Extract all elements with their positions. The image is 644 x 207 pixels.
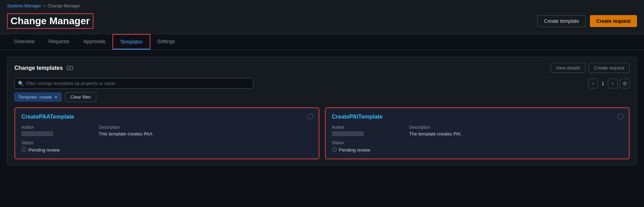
status-icon-1: ⓘ	[21, 147, 26, 153]
card-radio-1[interactable]	[307, 114, 313, 119]
create-request-panel-button[interactable]: Create request	[589, 63, 630, 73]
card-status-row-1: ⓘ Pending review	[21, 147, 92, 153]
filter-row: Template: create ✕ Clear filter	[14, 92, 630, 102]
card-desc-value-2: The template creates PAI.	[409, 131, 623, 136]
cards-grid: CreatePAATemplate Author Status ⓘ Pendin…	[14, 107, 630, 159]
card-desc-label-1: Description	[99, 125, 312, 130]
search-container: 🔍	[14, 78, 253, 89]
card-title-1: CreatePAATemplate	[21, 114, 312, 120]
create-template-button[interactable]: Create template	[537, 15, 586, 27]
card-desc-value-1: This template creates PAA	[99, 131, 312, 136]
panel-header: Change templates (2) View details Create…	[14, 63, 630, 73]
card-author-value-2	[332, 131, 364, 136]
card-left-col-2: Author Status ⓘ Pending review	[332, 125, 402, 153]
breadcrumb: Systems Manager > Change Manager	[7, 4, 637, 11]
view-details-button[interactable]: View details	[551, 63, 585, 73]
search-row: 🔍 < 1 > ⚙	[14, 78, 630, 89]
create-request-header-button[interactable]: Create request	[590, 15, 637, 27]
card-fields-1: Author Status ⓘ Pending review Descripti…	[21, 125, 312, 153]
card-left-col-1: Author Status ⓘ Pending review	[21, 125, 92, 153]
main-content: Change templates (2) View details Create…	[0, 50, 644, 172]
tab-overview[interactable]: Overview	[7, 34, 41, 49]
card-status-value-2: Pending review	[339, 147, 370, 153]
filter-tag: Template: create ✕	[14, 93, 61, 101]
pagination-prev-button[interactable]: <	[588, 79, 598, 88]
card-author-label-2: Author	[332, 125, 402, 130]
clear-filter-button[interactable]: Clear filter	[65, 92, 96, 102]
breadcrumb-current: Change Manager	[48, 4, 80, 8]
tab-settings[interactable]: Settings	[150, 34, 182, 49]
tab-templates[interactable]: Templates	[112, 34, 150, 49]
card-status-label-2: Status	[332, 140, 402, 145]
panel-title-row: Change templates (2)	[14, 65, 73, 71]
card-status-label-1: Status	[21, 140, 92, 145]
page-title: Change Manager	[7, 13, 93, 29]
card-fields-2: Author Status ⓘ Pending review Descripti…	[332, 125, 623, 153]
breadcrumb-separator: >	[43, 4, 46, 8]
card-desc-label-2: Description	[409, 125, 623, 130]
tab-requests[interactable]: Requests	[41, 34, 76, 49]
filter-tag-close-icon[interactable]: ✕	[54, 95, 58, 100]
panel-title: Change templates	[14, 65, 63, 71]
search-icon: 🔍	[18, 81, 24, 86]
card-radio-2[interactable]	[618, 114, 623, 119]
pagination-next-button[interactable]: >	[608, 79, 618, 88]
card-right-col-1: Description This template creates PAA	[99, 125, 312, 153]
card-author-label-1: Author	[21, 125, 92, 130]
breadcrumb-parent[interactable]: Systems Manager	[7, 4, 41, 8]
templates-panel: Change templates (2) View details Create…	[7, 57, 637, 165]
status-icon-2: ⓘ	[332, 147, 337, 153]
filter-tag-label: Template: create	[18, 94, 52, 100]
card-right-col-2: Description The template creates PAI.	[409, 125, 623, 153]
card-status-value-1: Pending review	[28, 147, 60, 153]
card-title-2: CreatePAITemplate	[332, 114, 623, 120]
pagination-settings-button[interactable]: ⚙	[620, 79, 630, 88]
top-header: Systems Manager > Change Manager Change …	[0, 0, 644, 34]
card-author-value-1	[21, 131, 53, 136]
pagination: < 1 > ⚙	[588, 79, 630, 88]
header-row: Change Manager Create template Create re…	[7, 11, 637, 34]
card-status-row-2: ⓘ Pending review	[332, 147, 402, 153]
header-buttons: Create template Create request	[537, 15, 637, 27]
panel-count: (2)	[66, 65, 73, 71]
search-input[interactable]	[14, 78, 253, 89]
tab-approvals[interactable]: Approvals	[77, 34, 112, 49]
template-card-2: CreatePAITemplate Author Status ⓘ Pendin…	[325, 107, 630, 159]
tabs-bar: Overview Requests Approvals Templates Se…	[0, 34, 644, 50]
panel-actions: View details Create request	[551, 63, 630, 73]
template-card-1: CreatePAATemplate Author Status ⓘ Pendin…	[14, 107, 319, 159]
pagination-page-number: 1	[600, 81, 606, 86]
